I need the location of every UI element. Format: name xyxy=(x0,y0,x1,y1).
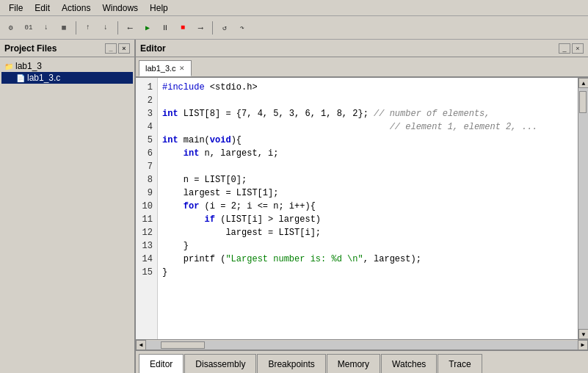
project-tree: 📁 lab1_3 📄 lab1_3.c xyxy=(0,57,134,373)
toolbar-play-btn[interactable]: ▶ xyxy=(139,20,156,36)
project-panel-minimize-btn[interactable]: _ xyxy=(105,43,117,54)
code-with-scrollbar: 1 2 3 4 5 6 7 8 9 10 11 12 13 14 xyxy=(136,78,588,339)
menu-windows[interactable]: Windows xyxy=(96,1,144,15)
editor-tab-label: lab1_3.c xyxy=(145,64,176,73)
editor-header-buttons: _ × xyxy=(559,43,584,54)
toolbar-down-btn[interactable]: ↓ xyxy=(98,20,114,36)
toolbar-binary-btn[interactable]: 01 xyxy=(21,20,37,36)
line-num-2: 2 xyxy=(137,94,156,107)
line-num-13: 13 xyxy=(137,239,156,253)
toolbar-refresh-btn[interactable]: ↺ xyxy=(217,20,233,36)
line-num-9: 9 xyxy=(137,186,156,200)
toolbar-sep-1 xyxy=(76,21,76,35)
scrollbar-down-btn[interactable]: ▼ xyxy=(578,329,588,339)
toolbar-stop-btn[interactable]: ■ xyxy=(175,20,191,36)
scrollbar-h-thumb[interactable] xyxy=(161,341,205,349)
line-num-12: 12 xyxy=(137,226,156,239)
horizontal-scrollbar[interactable]: ◀ ▶ xyxy=(136,339,588,350)
folder-icon: 📁 xyxy=(4,62,13,70)
code-area[interactable]: 1 2 3 4 5 6 7 8 9 10 11 12 13 14 xyxy=(136,78,578,339)
bottom-tab-breakpoints[interactable]: Breakpoints xyxy=(257,354,325,373)
menu-file[interactable]: File xyxy=(3,1,29,15)
tree-root-label: lab1_3 xyxy=(15,61,42,71)
line-num-4: 4 xyxy=(137,120,156,134)
toolbar-sep-2 xyxy=(117,21,118,35)
toolbar-download-btn[interactable]: ↓ xyxy=(38,20,54,36)
project-panel-close-btn[interactable]: × xyxy=(118,43,130,54)
menu-help[interactable]: Help xyxy=(144,1,174,15)
editor-header: Editor _ × xyxy=(136,40,588,57)
editor-minimize-btn[interactable]: _ xyxy=(559,43,570,54)
line-num-8: 8 xyxy=(137,173,156,186)
line-num-5: 5 xyxy=(137,134,156,147)
line-num-3: 3 xyxy=(137,107,156,120)
toolbar-back-btn[interactable]: ⟵ xyxy=(122,20,138,36)
bottom-tab-watches[interactable]: Watches xyxy=(381,354,437,373)
file-icon: 📄 xyxy=(16,74,25,82)
line-num-10: 10 xyxy=(137,200,156,213)
toolbar-pause-btn[interactable]: ⏸ xyxy=(157,20,173,36)
tree-file-item[interactable]: 📄 lab1_3.c xyxy=(1,72,133,84)
bottom-tab-editor[interactable]: Editor xyxy=(139,354,184,373)
menu-edit[interactable]: Edit xyxy=(29,1,56,15)
toolbar-forward-btn[interactable]: ⟶ xyxy=(192,20,208,36)
line-num-1: 1 xyxy=(137,81,156,94)
toolbar-grid-btn[interactable]: ▦ xyxy=(56,20,72,36)
scrollbar-thumb[interactable] xyxy=(579,91,587,113)
vertical-scrollbar[interactable]: ▲ ▼ xyxy=(578,78,588,339)
scrollbar-h-track[interactable] xyxy=(146,341,578,350)
project-panel-title: Project Files xyxy=(4,43,57,54)
line-num-11: 11 xyxy=(137,213,156,226)
tree-root-item[interactable]: 📁 lab1_3 xyxy=(1,60,133,72)
editor-title: Editor xyxy=(140,43,166,54)
scrollbar-up-btn[interactable]: ▲ xyxy=(578,78,588,88)
toolbar-sep-3 xyxy=(212,21,213,35)
line-num-15: 15 xyxy=(137,266,156,279)
bottom-tab-disassembly[interactable]: Disassembly xyxy=(184,354,256,373)
scrollbar-track[interactable] xyxy=(578,88,588,329)
toolbar-up-btn[interactable]: ↑ xyxy=(80,20,96,36)
code-container: 1 2 3 4 5 6 7 8 9 10 11 12 13 14 xyxy=(136,78,588,373)
main-content: Project Files _ × 📁 lab1_3 📄 lab1_3.c Ed… xyxy=(0,40,588,373)
tab-close-btn[interactable]: ✕ xyxy=(179,65,185,72)
bottom-tab-memory[interactable]: Memory xyxy=(327,354,380,373)
menu-actions[interactable]: Actions xyxy=(56,1,96,15)
editor-tab-lab1-3c[interactable]: lab1_3.c ✕ xyxy=(139,60,192,76)
bottom-tabs: Editor Disassembly Breakpoints Memory Wa… xyxy=(136,350,588,373)
editor-tab-bar: lab1_3.c ✕ xyxy=(136,57,588,78)
menu-bar: File Edit Actions Windows Help xyxy=(0,0,588,16)
toolbar-skip-btn[interactable]: ↷ xyxy=(234,20,250,36)
line-num-6: 6 xyxy=(137,147,156,160)
toolbar-settings-btn[interactable]: ⚙ xyxy=(3,20,19,36)
scrollbar-right-btn[interactable]: ▶ xyxy=(578,340,588,350)
tree-file-label: lab1_3.c xyxy=(27,73,60,83)
code-text[interactable]: #include <stdio.h> int LIST[8] = {7, 4, … xyxy=(158,78,578,339)
project-panel: Project Files _ × 📁 lab1_3 📄 lab1_3.c xyxy=(0,40,136,373)
line-numbers: 1 2 3 4 5 6 7 8 9 10 11 12 13 14 xyxy=(136,78,158,339)
bottom-tab-trace[interactable]: Trace xyxy=(438,354,482,373)
line-num-14: 14 xyxy=(137,253,156,266)
editor-panel: Editor _ × lab1_3.c ✕ 1 2 3 4 xyxy=(136,40,588,373)
project-panel-header-buttons: _ × xyxy=(105,43,130,54)
scrollbar-left-btn[interactable]: ◀ xyxy=(136,340,146,350)
line-num-7: 7 xyxy=(137,160,156,173)
toolbar: ⚙ 01 ↓ ▦ ↑ ↓ ⟵ ▶ ⏸ ■ ⟶ ↺ ↷ xyxy=(0,16,588,40)
editor-close-btn[interactable]: × xyxy=(572,43,584,54)
project-panel-header: Project Files _ × xyxy=(0,40,134,57)
